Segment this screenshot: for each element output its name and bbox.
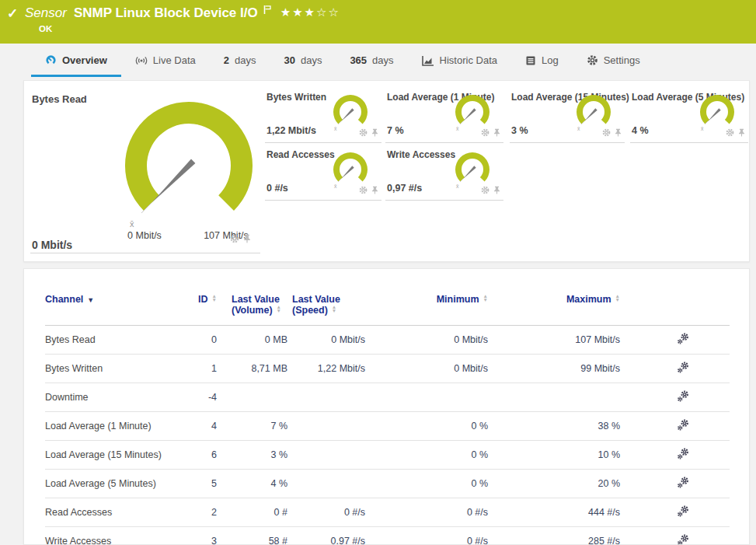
table-row: Load Average (5 Minutes) 5 4 % 0 % 20 % [45, 470, 730, 498]
gauge-pin-icon[interactable] [738, 126, 745, 140]
bytes-read-gauge-dial: x̄ [103, 92, 274, 247]
page-title: SNMP Linux Block Device I/O [74, 5, 258, 21]
sort-icon: ▲▼ [212, 294, 217, 302]
minimum-value: 0 % [370, 412, 527, 441]
maximum-value [527, 383, 663, 412]
channel-name: Downtime [45, 383, 189, 412]
gauge-pin-icon[interactable] [493, 126, 500, 140]
gauge-write-accesses: Write Accesses x̄ 0,97 #/s [385, 143, 503, 201]
minimum-value: 0 % [370, 470, 527, 498]
table-row: Read Accesses 2 0 # 0 #/s 0 #/s 444 #/s [45, 498, 730, 527]
last-value-volume [232, 383, 292, 412]
gauge-read-accesses: Read Accesses x̄ 0 #/s [265, 143, 381, 201]
col-header-maximum[interactable]: Maximum▲▼ [527, 283, 663, 326]
gauge-settings-gear-icon[interactable] [726, 126, 734, 140]
gauge-scale-min: 0 Mbit/s [107, 230, 182, 241]
channel-settings-gears-icon[interactable] [677, 333, 689, 347]
last-value-volume: 58 # [232, 527, 292, 545]
minimum-value: 0 #/s [370, 527, 527, 545]
last-value-volume: 8,71 MB [232, 355, 292, 383]
last-value-volume: 0 MB [232, 326, 292, 355]
sort-icon: ▲▼ [615, 294, 620, 302]
tab-365-days[interactable]: 365days [336, 44, 407, 77]
gauge-settings-gear-icon[interactable] [481, 183, 489, 197]
gauge-pin-icon[interactable] [615, 126, 622, 140]
priority-stars[interactable]: ★★★☆☆ [280, 5, 340, 19]
gauge-settings-gear-icon[interactable] [481, 126, 489, 140]
table-row: Downtime -4 [45, 383, 730, 412]
tab-log[interactable]: Log [511, 44, 573, 77]
gauge-load-average-1-minute: Load Average (1 Minute) x̄ 7 % [385, 86, 503, 143]
minimum-value [370, 383, 527, 412]
last-value-speed [292, 412, 370, 441]
tab-bar: Overview Live Data 2days 30days 365days … [0, 44, 756, 77]
table-row: Bytes Read 0 0 MB 0 Mbit/s 0 Mbit/s 107 … [45, 326, 730, 355]
channel-settings-gears-icon[interactable] [677, 534, 689, 545]
col-header-last-value-volume[interactable]: Last Value (Volume)▲▼ [232, 283, 292, 326]
col-header-actions [663, 283, 730, 326]
channel-id: 0 [189, 326, 232, 355]
minimum-value: 0 Mbit/s [370, 355, 527, 383]
channel-id: 6 [189, 441, 232, 470]
maximum-value: 20 % [527, 470, 663, 498]
gauge-settings-gear-icon[interactable] [359, 183, 368, 197]
col-header-id[interactable]: ID▲▼ [189, 283, 232, 326]
gauge-pin-icon[interactable] [243, 232, 251, 246]
channel-name: Load Average (1 Minute) [45, 412, 189, 441]
gauge-bytes-read: Bytes Read x̄ 0 Mbit/s 107 Mbit/s 0 Mbit… [30, 86, 260, 253]
col-header-last-value-speed[interactable]: Last Value (Speed)▲▼ [292, 283, 370, 326]
gauge-load-average-5-minutes: Load Average (5 Minutes) x̄ 4 % [630, 86, 748, 143]
channel-name: Bytes Read [45, 326, 189, 355]
tab-live-data[interactable]: Live Data [121, 44, 210, 77]
svg-text:x̄: x̄ [701, 126, 704, 131]
col-header-minimum[interactable]: Minimum▲▼ [370, 283, 527, 326]
tab-2-days[interactable]: 2days [210, 44, 270, 77]
gauge-current-value: 0 Mbit/s [32, 239, 72, 251]
channel-id: -4 [189, 383, 232, 412]
channel-id: 2 [189, 498, 232, 527]
channel-name: Load Average (15 Minutes) [45, 441, 189, 470]
live-data-icon [135, 55, 148, 66]
channel-table-panel: Channel▼ ID▲▼ Last Value (Volume)▲▼ Last… [23, 268, 750, 545]
last-value-speed [292, 470, 370, 498]
channel-id: 5 [189, 470, 232, 498]
last-value-speed: 0,97 #/s [292, 527, 370, 545]
channel-table: Channel▼ ID▲▼ Last Value (Volume)▲▼ Last… [45, 283, 730, 545]
svg-text:x̄: x̄ [334, 183, 337, 189]
tab-overview[interactable]: Overview [31, 44, 121, 77]
gauge-pin-icon[interactable] [371, 183, 378, 197]
tab-settings[interactable]: Settings [573, 44, 654, 77]
channel-settings-gears-icon[interactable] [677, 477, 689, 491]
gauge-pin-icon[interactable] [493, 183, 500, 197]
gauge-settings-gear-icon[interactable] [359, 126, 368, 140]
table-row: Load Average (1 Minute) 4 7 % 0 % 38 % [45, 412, 730, 441]
col-header-channel[interactable]: Channel▼ [45, 283, 189, 326]
channel-settings-gears-icon[interactable] [677, 505, 689, 519]
channel-id: 4 [189, 412, 232, 441]
channel-id: 1 [189, 355, 232, 383]
sort-icon: ▲▼ [332, 305, 336, 313]
tab-30-days[interactable]: 30days [270, 44, 336, 77]
tab-historic-data[interactable]: Historic Data [408, 44, 511, 77]
channel-settings-gears-icon[interactable] [677, 390, 689, 404]
channel-settings-gears-icon[interactable] [677, 448, 689, 462]
gauge-settings-gear-icon[interactable] [602, 126, 611, 140]
gauge-icon [45, 54, 57, 66]
sensor-kind-label: Sensor [25, 5, 67, 21]
channel-name: Bytes Written [45, 355, 189, 383]
priority-flag-icon[interactable] [263, 3, 271, 19]
table-row: Bytes Written 1 8,71 MB 1,22 Mbit/s 0 Mb… [45, 355, 730, 383]
last-value-speed [292, 383, 370, 412]
gauges-panel: Bytes Read x̄ 0 Mbit/s 107 Mbit/s 0 Mbit… [23, 80, 750, 262]
gauge-pin-icon[interactable] [371, 126, 378, 140]
maximum-value: 444 #/s [527, 498, 663, 527]
channel-name: Load Average (5 Minutes) [45, 470, 189, 498]
sensor-header: ✓ Sensor SNMP Linux Block Device I/O ★★★… [0, 0, 756, 44]
svg-text:x̄: x̄ [334, 126, 337, 131]
channel-settings-gears-icon[interactable] [677, 362, 689, 376]
channel-settings-gears-icon[interactable] [677, 419, 689, 433]
gauge-settings-gear-icon[interactable] [230, 232, 239, 246]
channel-name: Read Accesses [45, 498, 189, 527]
sort-desc-icon: ▼ [87, 296, 94, 304]
channel-name: Write Accesses [45, 527, 189, 545]
